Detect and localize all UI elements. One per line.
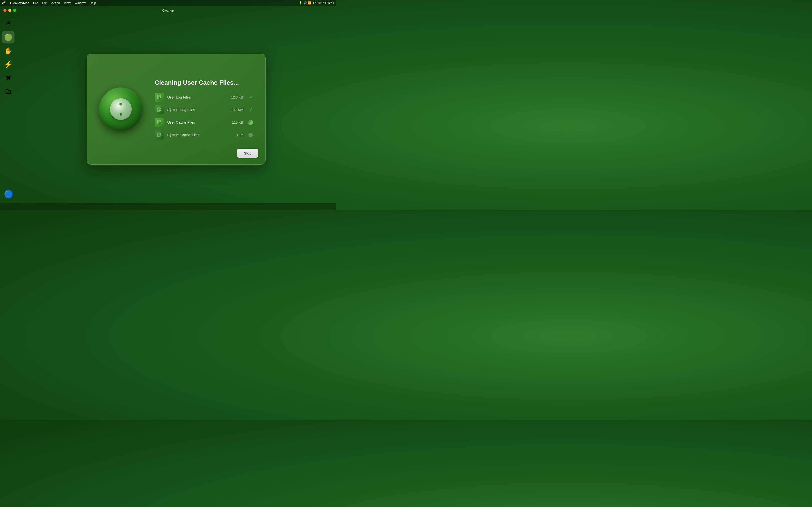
files-icon: 🗂	[5, 88, 12, 95]
apple-menu[interactable]: ⌘	[2, 1, 5, 5]
clock: Fri 18 Oct 09:44	[313, 1, 334, 5]
sidebar-item-scan[interactable]: ✓ 🖥	[2, 17, 14, 30]
cleaner-icon: 🟢	[4, 33, 12, 41]
apps-icon: ✖	[6, 74, 11, 82]
menubar-left: ⌘ CleanMyMac File Edit Action View Windo…	[2, 1, 96, 5]
stop-button[interactable]: Stop	[237, 149, 258, 158]
menu-edit[interactable]: Edit	[42, 1, 47, 5]
orb-inner	[110, 98, 132, 120]
scan-checkmark: ✓	[11, 18, 13, 21]
menubar: ⌘ CleanMyMac File Edit Action View Windo…	[0, 0, 336, 6]
orb-container	[99, 88, 143, 131]
user-cache-name: User Cache Files	[167, 120, 225, 124]
file-row-system-cache: System Cache Files 0 KB	[155, 130, 253, 139]
orb-dot-bottom	[120, 113, 122, 116]
user-log-size: 12,3 KB	[229, 95, 243, 99]
system-log-size: 211 MB	[229, 108, 243, 112]
maximize-button[interactable]	[13, 9, 16, 12]
svg-point-7	[159, 134, 161, 137]
sidebar-item-privacy[interactable]: ✋	[2, 44, 14, 57]
sidebar-item-speedup[interactable]: ⚡	[2, 58, 14, 70]
user-log-status: ✓	[248, 95, 253, 100]
system-cache-name: System Cache Files	[167, 133, 225, 137]
sidebar-item-files[interactable]: 🗂	[2, 85, 14, 98]
user-cache-spinner-icon	[248, 120, 253, 125]
menu-file[interactable]: File	[33, 1, 38, 5]
titlebar: Cleanup	[0, 6, 336, 15]
system-log-status: ✓	[248, 107, 253, 113]
dock-item[interactable]: 🔵	[2, 188, 15, 201]
menu-help[interactable]: Help	[89, 1, 96, 5]
file-row-user-log: User Log Files 12,3 KB ✓	[155, 93, 253, 102]
menu-view[interactable]: View	[64, 1, 70, 5]
file-row-system-log: System Log Files 211 MB ✓	[155, 105, 253, 114]
system-cache-pending-icon	[248, 133, 253, 137]
user-log-icon	[155, 93, 164, 102]
user-log-done-icon: ✓	[249, 95, 252, 100]
sidebar: ✓ 🖥 🟢 ✋ ⚡ ✖ 🗂	[0, 15, 16, 203]
menu-window[interactable]: Window	[74, 1, 86, 5]
panel-title: Cleaning User Cache Files...	[155, 79, 253, 87]
system-cache-status	[248, 132, 253, 137]
main-content: Cleaning User Cache Files... User Log Fi…	[16, 15, 336, 203]
user-cache-size: 115 KB	[229, 120, 243, 124]
system-log-name: System Log Files	[167, 108, 225, 112]
orb-dot-top	[119, 103, 122, 106]
system-cache-icon	[155, 130, 164, 139]
user-cache-icon	[155, 118, 164, 127]
user-cache-status	[248, 120, 253, 125]
user-log-name: User Log Files	[167, 95, 225, 99]
window-title: Cleanup	[162, 9, 174, 12]
main-orb	[99, 88, 143, 131]
menubar-right: 🔋 🔊 📶 Fri 18 Oct 09:44	[299, 1, 334, 5]
file-row-user-cache: User Cache Files 115 KB	[155, 118, 253, 127]
system-icons: 🔋 🔊 📶	[299, 1, 311, 5]
cleanup-panel: Cleaning User Cache Files... User Log Fi…	[87, 54, 266, 165]
svg-point-5	[159, 122, 161, 124]
right-panel: Cleaning User Cache Files... User Log Fi…	[155, 79, 253, 139]
privacy-icon: ✋	[4, 47, 12, 55]
sidebar-item-cleaner[interactable]: 🟢	[2, 31, 14, 44]
system-cache-size: 0 KB	[229, 133, 243, 137]
dock-icon: 🔵	[4, 189, 13, 199]
bottom-bar	[0, 203, 336, 210]
system-log-done-icon: ✓	[249, 107, 252, 112]
close-button[interactable]	[3, 9, 6, 12]
minimize-button[interactable]	[8, 9, 11, 12]
system-log-icon	[155, 105, 164, 114]
menu-action[interactable]: Action	[51, 1, 60, 5]
app-name[interactable]: CleanMyMac	[10, 1, 29, 5]
file-list: User Log Files 12,3 KB ✓	[155, 93, 253, 139]
speedup-icon: ⚡	[4, 60, 12, 68]
sidebar-item-apps[interactable]: ✖	[2, 71, 14, 84]
traffic-lights	[3, 9, 16, 12]
scan-icon: 🖥	[5, 20, 12, 28]
